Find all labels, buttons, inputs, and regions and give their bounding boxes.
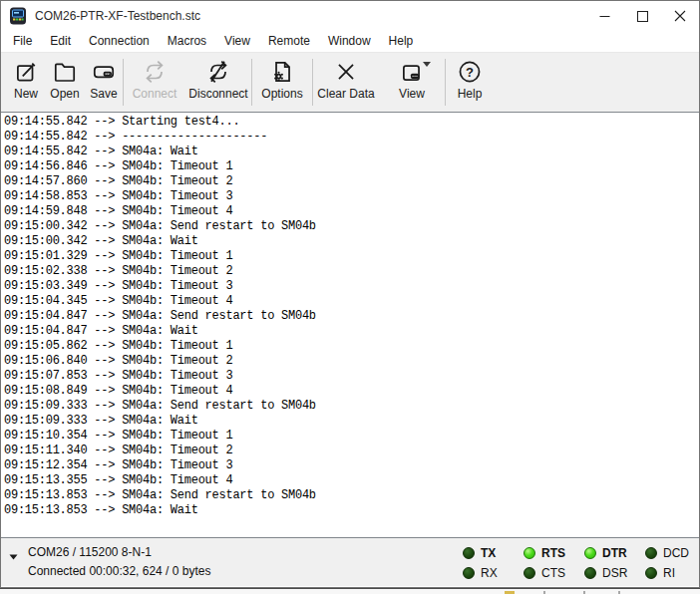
app-icon — [9, 7, 27, 25]
log-line: 09:15:01.329 --> SM04b: Timeout 1 — [4, 249, 699, 264]
led-rts: RTS — [524, 544, 567, 562]
help-button[interactable]: ? Help — [446, 57, 494, 112]
log-line: 09:15:11.340 --> SM04b: Timeout 2 — [4, 444, 699, 458]
port-settings: COM26 / 115200 8-N-1 — [28, 543, 210, 562]
log-line: 09:15:03.349 --> SM04b: Timeout 3 — [4, 279, 699, 294]
log-line: 09:14:58.853 --> SM04b: Timeout 3 — [4, 189, 699, 204]
toolbar: New Open Save — [1, 53, 699, 112]
menu-item[interactable]: Macros — [159, 31, 215, 52]
menu-item[interactable]: Connection — [80, 31, 159, 52]
dcd-led-icon — [645, 547, 657, 559]
view-dropdown-caret-icon — [423, 62, 431, 67]
options-button[interactable]: Options — [252, 57, 312, 112]
save-drive-icon — [91, 59, 117, 85]
toolbar-label: View — [399, 87, 425, 101]
menu-item[interactable]: File — [4, 31, 41, 52]
options-gear-page-icon — [269, 59, 295, 85]
log-line: 09:14:55.842 --> SM04a: Wait — [4, 145, 699, 159]
new-document-icon — [13, 59, 39, 85]
log-line: 09:15:13.355 --> SM04b: Timeout 4 — [4, 473, 699, 488]
svg-text:?: ? — [466, 65, 474, 80]
led-dsr: DSR — [584, 564, 628, 582]
log-line: 09:14:55.842 --> --------------------- — [4, 130, 699, 145]
log-line: 09:15:00.342 --> SM04a: Send restart to … — [4, 219, 699, 234]
menu-item[interactable]: View — [215, 31, 259, 52]
view-button[interactable]: View — [379, 57, 445, 112]
log-line: 09:14:59.848 --> SM04b: Timeout 4 — [4, 204, 699, 219]
tx-led-icon — [463, 547, 475, 559]
menu-item[interactable]: Help — [380, 31, 423, 52]
new-button[interactable]: New — [7, 57, 45, 112]
log-line: 09:15:12.354 --> SM04b: Timeout 3 — [4, 458, 699, 473]
clear-x-icon — [333, 59, 359, 85]
led-tx: TX — [463, 544, 507, 562]
menu-bar: File Edit Connection Macros View Remote … — [1, 31, 699, 53]
dtr-led-icon — [584, 547, 596, 559]
toolbar-label: Save — [90, 87, 117, 101]
app-window: COM26-PTR-XF-Testbench.stc File Edit Con… — [0, 0, 700, 588]
rts-led-icon — [524, 547, 535, 559]
menu-item[interactable]: Window — [319, 31, 380, 52]
status-dropdown-icon[interactable] — [9, 554, 18, 560]
minimize-button[interactable] — [585, 1, 623, 31]
log-line: 09:15:00.342 --> SM04a: Wait — [4, 234, 699, 249]
window-controls — [585, 1, 699, 31]
log-line: 09:15:13.853 --> SM04a: Send restart to … — [4, 488, 699, 503]
led-rx: RX — [463, 564, 507, 582]
status-bar: COM26 / 115200 8-N-1 Connected 00:00:32,… — [1, 538, 699, 586]
open-folder-icon — [52, 59, 78, 85]
disconnect-arrows-icon — [205, 59, 231, 85]
log-output[interactable]: 09:14:55.842 --> Starting test4... 09:14… — [1, 112, 699, 538]
signal-leds: TX RX RTS CTS DTR DSR — [463, 544, 689, 582]
log-line: 09:15:08.849 --> SM04b: Timeout 4 — [4, 384, 699, 399]
close-button[interactable] — [661, 1, 699, 31]
log-line: 09:15:04.847 --> SM04a: Send restart to … — [4, 309, 699, 324]
log-line: 09:15:09.333 --> SM04a: Wait — [4, 414, 699, 429]
toolbar-label: Connect — [133, 87, 177, 101]
rx-led-icon — [463, 567, 475, 579]
log-line: 09:15:09.333 --> SM04a: Send restart to … — [4, 399, 699, 414]
toolbar-label: Disconnect — [188, 87, 247, 101]
menu-item[interactable]: Edit — [41, 31, 80, 52]
log-line: 09:14:56.846 --> SM04b: Timeout 1 — [4, 159, 699, 174]
menu-item[interactable]: Remote — [259, 31, 319, 52]
connection-status: COM26 / 115200 8-N-1 Connected 00:00:32,… — [28, 543, 210, 581]
connection-details: Connected 00:00:32, 624 / 0 bytes — [28, 562, 210, 581]
led-dcd: DCD — [645, 544, 689, 562]
connect-arrows-icon — [142, 59, 168, 85]
dsr-led-icon — [584, 567, 596, 579]
led-ri: RI — [645, 564, 689, 582]
connect-button[interactable]: Connect — [124, 57, 185, 112]
close-icon — [674, 10, 686, 22]
log-line: 09:15:06.840 --> SM04b: Timeout 2 — [4, 354, 699, 369]
log-line: 09:14:57.860 --> SM04b: Timeout 2 — [4, 174, 699, 189]
window-title: COM26-PTR-XF-Testbench.stc — [35, 9, 585, 23]
disconnect-button[interactable]: Disconnect — [185, 57, 251, 112]
maximize-button[interactable] — [623, 1, 661, 31]
toolbar-label: Options — [261, 87, 302, 101]
log-line: 09:15:07.853 --> SM04b: Timeout 3 — [4, 369, 699, 384]
log-line: 09:15:04.847 --> SM04a: Wait — [4, 324, 699, 339]
led-dtr: DTR — [584, 544, 628, 562]
clear-data-button[interactable]: Clear Data — [313, 57, 379, 112]
log-line: 09:15:04.345 --> SM04b: Timeout 4 — [4, 294, 699, 309]
log-line: 09:15:02.338 --> SM04b: Timeout 2 — [4, 264, 699, 279]
maximize-icon — [637, 11, 648, 22]
toolbar-label: Help — [458, 87, 483, 101]
cts-led-icon — [524, 567, 535, 579]
toolbar-label: Open — [50, 87, 79, 101]
minimize-icon — [599, 11, 610, 22]
toolbar-label: New — [14, 87, 38, 101]
view-window-icon — [399, 59, 425, 85]
taskbar-strip — [0, 588, 700, 594]
log-line: 09:15:05.862 --> SM04b: Timeout 1 — [4, 339, 699, 354]
toolbar-label: Clear Data — [317, 87, 374, 101]
save-button[interactable]: Save — [85, 57, 123, 112]
ri-led-icon — [645, 567, 657, 579]
log-line: 09:15:10.354 --> SM04b: Timeout 1 — [4, 429, 699, 444]
help-question-icon: ? — [457, 59, 483, 85]
log-line: 09:15:13.853 --> SM04a: Wait — [4, 503, 699, 518]
title-bar[interactable]: COM26-PTR-XF-Testbench.stc — [1, 1, 699, 31]
open-button[interactable]: Open — [45, 57, 85, 112]
led-cts: CTS — [524, 564, 567, 582]
